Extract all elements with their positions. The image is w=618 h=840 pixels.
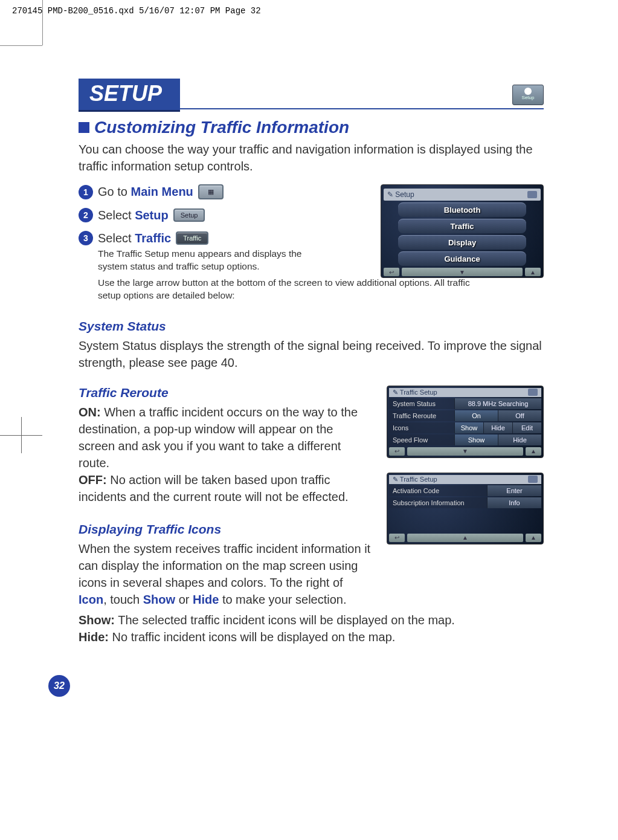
step-keyword: Main Menu [130,185,193,198]
step-3: 3 Select Traffic Traffic [79,231,332,245]
screen-title-bar: ✎ Traffic Setup [389,475,541,484]
crop-mark [21,417,22,453]
keyword-show: Show [143,593,175,606]
step-prefix: Go to [98,185,130,198]
heading-displaying-icons: Displaying Traffic Icons [79,522,372,537]
crop-mark [42,0,43,45]
arrow-up-icon: ▲ [407,534,523,542]
heading-system-status: System Status [79,319,544,334]
setup-icon: Setup [512,85,544,105]
grid-icon [528,476,538,483]
speedflow-show-button: Show [454,435,498,445]
section-title: Customizing Traffic Information [94,118,349,137]
traffic-setup-screenshot-2: ✎ Traffic Setup Activation Code Enter Su… [387,473,544,544]
page-banner: SETUP Setup [79,79,544,112]
row-label: Activation Code [389,485,487,496]
reroute-off-button: Off [498,410,541,421]
setup-inline-button: Setup [173,208,205,222]
square-bullet-icon [79,122,89,133]
setup-device-screenshot: ✎ Setup Bluetooth Traffic Display Guidan… [381,184,544,278]
row-label: Subscription Information [389,497,487,508]
heading-traffic-reroute: Traffic Reroute [79,386,372,400]
grid-icon [528,389,538,396]
icons-hide-button: Hide [483,422,512,433]
traffic-setup-screenshot-1: ✎ Traffic Setup System Status 88.9 MHz S… [387,386,544,458]
screen-title-bar: ✎ Traffic Setup [389,388,541,397]
text: or [175,593,193,606]
text: , touch [103,593,143,606]
body-text: ON: When a traffic incident occurs on th… [79,404,372,505]
step-keyword: Traffic [135,231,171,245]
body-text: System Status displays the strength of t… [79,337,544,371]
step-1: 1 Go to Main Menu ▦ [79,184,332,199]
off-text: No action will be taken based upon traff… [79,473,349,503]
scroll-indicator-icon: ▲ [526,447,541,456]
speedflow-hide-button: Hide [498,435,541,445]
step-prefix: Select [98,231,135,245]
row-label: Icons [389,422,454,433]
menu-item-guidance: Guidance [398,251,526,266]
banner-rule [180,82,512,109]
subscription-info-button: Info [487,497,541,508]
main-menu-icon-button: ▦ [198,184,224,199]
step-text: Go to Main Menu [98,185,193,199]
step-text: Select Setup [98,208,169,222]
arrow-down-icon: ▼ [407,447,523,456]
back-icon: ↩ [389,534,405,542]
row-label: Speed Flow [389,435,454,445]
menu-item-bluetooth: Bluetooth [398,202,526,217]
back-icon: ↩ [384,268,399,276]
crop-mark [0,45,42,46]
screen-title: ✎ Traffic Setup [393,389,437,396]
step-number-badge: 1 [79,185,93,199]
keyword-hide: Hide [193,593,219,606]
screen-title-bar: ✎ Setup [384,189,541,201]
off-label: OFF: [79,473,107,486]
text: to make your selection. [219,593,346,606]
menu-item-display: Display [398,235,526,250]
print-meta: 270145 PMD-B200_0516.qxd 5/16/07 12:07 P… [12,6,261,16]
arrow-down-icon: ▼ [402,268,523,276]
step-number-badge: 2 [79,208,93,222]
row-label: Traffic Reroute [389,410,454,421]
page-number: 32 [48,675,70,697]
body-text: Show: The selected traffic incident icon… [79,612,544,645]
step-prefix: Select [98,208,135,222]
scroll-indicator-icon: ▲ [525,268,541,276]
grid-icon [527,191,537,198]
step-note: The Traffic Setup menu appears and displ… [98,248,333,273]
step-note: Use the large arrow button at the bottom… [98,277,484,302]
activation-enter-button: Enter [487,485,541,496]
row-label: System Status [389,398,454,409]
banner-icon-wrap: Setup [512,82,544,109]
page-chapter-title: SETUP [79,79,180,112]
scroll-indicator-icon: ▲ [526,534,541,542]
hide-label: Hide: [79,630,109,644]
menu-item-traffic: Traffic [398,219,526,233]
screen-title: ✎ Traffic Setup [393,476,437,483]
show-text: The selected traffic incident icons will… [115,613,455,627]
show-label: Show: [79,613,115,627]
keyword-icon: Icon [79,593,103,606]
icons-show-button: Show [454,422,483,433]
on-label: ON: [79,405,101,419]
reroute-on-button: On [454,410,498,421]
screen-title: ✎ Setup [387,190,414,199]
intro-text: You can choose the way your traffic and … [79,141,544,175]
icons-edit-button: Edit [512,422,541,433]
system-status-value: 88.9 MHz Searching [454,398,541,409]
traffic-inline-button: Traffic [176,231,208,245]
hide-text: No traffic incident icons will be displa… [109,630,395,644]
back-icon: ↩ [389,447,405,456]
step-2: 2 Select Setup Setup [79,208,332,222]
text: When the system receives traffic inciden… [79,542,370,589]
step-number-badge: 3 [79,231,93,245]
body-text: When the system receives traffic inciden… [79,540,372,608]
step-text: Select Traffic [98,231,171,245]
on-text: When a traffic incident occurs on the wa… [79,405,358,470]
step-keyword: Setup [135,208,169,222]
